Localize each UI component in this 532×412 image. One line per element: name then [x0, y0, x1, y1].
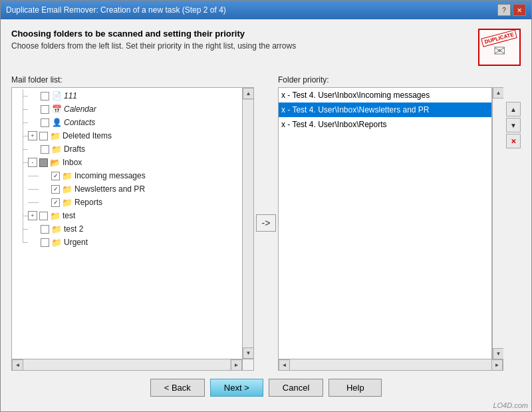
priority-scrollbar: ▲ ▼ [492, 87, 503, 359]
expander-incoming [39, 170, 49, 181]
header-section: Choosing folders to be scanned and setti… [11, 29, 521, 66]
expander-calendar [28, 104, 39, 114]
label-calendar: Calendar [64, 104, 96, 114]
connector [17, 156, 28, 169]
main-panels: Mail folder list: 📄 [11, 75, 521, 371]
tree-item-urgent: 📁 Urgent [12, 236, 242, 249]
scroll-left-arrow[interactable]: ◄ [12, 359, 23, 371]
checkbox-incoming[interactable] [51, 172, 60, 180]
header-text: Choosing folders to be scanned and setti… [11, 29, 470, 51]
file-icon-111: 📄 [51, 91, 62, 101]
right-col-inner: x - Test 4. User\Inbox\Incoming messages… [278, 87, 521, 371]
scroll-thumb-v[interactable] [243, 99, 253, 347]
tree-scrollbar-v: ▲ ▼ [242, 88, 253, 359]
back-button[interactable]: < Back [150, 379, 205, 397]
expander-test2 [28, 224, 39, 234]
tree-item-newsletters: 📁 Newsletters and PR [12, 182, 242, 196]
connector-vert [17, 182, 28, 196]
scroll-up-arrow[interactable]: ▲ [243, 88, 254, 99]
checkbox-reports[interactable] [51, 198, 60, 207]
checkbox-urgent[interactable] [41, 238, 49, 247]
duplicate-icon: ✉ [478, 29, 521, 66]
connector [17, 116, 28, 129]
envelope-icon: ✉ [493, 43, 505, 60]
label-contacts: Contacts [64, 118, 95, 127]
help-footer-button[interactable]: Help [329, 379, 382, 397]
folder-icon-test2: 📁 [51, 224, 62, 234]
priority-label-2: x - Test 4. User\Inbox\Reports [281, 120, 387, 129]
left-column: Mail folder list: 📄 [11, 75, 254, 371]
connector [17, 103, 28, 116]
checkbox-inbox[interactable] [39, 158, 48, 167]
expander-test[interactable]: + [28, 211, 37, 220]
folder-icon-incoming: 📁 [62, 170, 72, 181]
next-button[interactable]: Next > [210, 379, 263, 397]
priority-label-0: x - Test 4. User\Inbox\Incoming messages [281, 91, 430, 100]
window-title: Duplicate Email Remover: Creation of a n… [6, 5, 226, 15]
tree-wrapper: 📄 111 📅 Calenda [11, 87, 254, 371]
tree-item-contacts: 👤 Contacts [12, 116, 242, 129]
priority-up-button[interactable]: ▲ [506, 102, 521, 116]
checkbox-drafts[interactable] [41, 145, 49, 154]
expander-deleted[interactable]: + [28, 131, 37, 140]
checkbox-111[interactable] [41, 92, 49, 101]
label-drafts: Drafts [64, 144, 85, 154]
priority-list-wrap: x - Test 4. User\Inbox\Incoming messages… [278, 87, 503, 371]
scroll-corner [242, 359, 253, 370]
footer: < Back Next > Cancel Help [11, 371, 521, 402]
priority-item-2[interactable]: x - Test 4. User\Inbox\Reports [279, 117, 491, 132]
expander-111 [28, 91, 39, 101]
checkbox-calendar[interactable] [41, 105, 49, 114]
checkbox-test[interactable] [39, 212, 48, 220]
priority-scroll-up[interactable]: ▲ [493, 87, 503, 99]
header-title: Choosing folders to be scanned and setti… [11, 29, 470, 39]
connector [17, 236, 28, 249]
priority-list-items[interactable]: x - Test 4. User\Inbox\Incoming messages… [278, 87, 492, 359]
add-to-priority-button[interactable]: -> [256, 214, 277, 232]
priority-remove-button[interactable]: ✕ [506, 134, 521, 148]
folder-icon-reports: 📁 [62, 197, 72, 208]
label-deleted: Deleted Items [63, 131, 112, 140]
expander-reports [39, 197, 49, 208]
priority-down-button[interactable]: ▼ [506, 118, 521, 132]
label-111: 111 [64, 91, 77, 101]
priority-scroll-down[interactable]: ▼ [493, 348, 503, 359]
main-window: Duplicate Email Remover: Creation of a n… [0, 0, 532, 412]
checkbox-newsletters[interactable] [51, 185, 60, 194]
tree-item-111: 📄 111 [12, 89, 242, 103]
connector [17, 209, 28, 222]
connector-vert [17, 196, 28, 209]
checkbox-contacts[interactable] [41, 118, 49, 127]
title-controls: ? ✕ [497, 4, 526, 16]
cancel-button[interactable]: Cancel [269, 379, 323, 397]
label-test2: test 2 [64, 224, 83, 234]
pscroll-thumb-h[interactable] [290, 359, 491, 370]
priority-scroll-thumb[interactable] [493, 99, 503, 348]
watermark: LO4D.com [493, 401, 528, 409]
expander-contacts [28, 117, 39, 128]
connector [17, 222, 28, 236]
checkbox-deleted[interactable] [39, 132, 48, 140]
scroll-right-arrow[interactable]: ► [231, 359, 242, 371]
pscroll-right[interactable]: ► [491, 359, 503, 371]
tree-scrollbar-h: ◄ ► [12, 359, 242, 370]
priority-item-0[interactable]: x - Test 4. User\Inbox\Incoming messages [279, 88, 491, 103]
scroll-down-arrow[interactable]: ▼ [243, 347, 254, 359]
priority-list-body: x - Test 4. User\Inbox\Incoming messages… [278, 87, 503, 359]
help-button[interactable]: ? [497, 4, 511, 16]
checkbox-test2[interactable] [41, 225, 49, 234]
scroll-thumb-h[interactable] [23, 359, 231, 370]
contacts-icon: 👤 [51, 117, 62, 128]
expander-urgent [28, 237, 39, 248]
close-button[interactable]: ✕ [513, 4, 526, 16]
expander-newsletters [39, 184, 49, 194]
label-test: test [63, 211, 75, 220]
expander-inbox[interactable]: - [28, 158, 37, 167]
priority-item-1[interactable]: x - Test 4. User\Inbox\Newsletters and P… [279, 103, 491, 117]
expander-drafts [28, 144, 39, 154]
folder-icon-inbox: 📂 [50, 157, 61, 168]
tree-item-calendar: 📅 Calendar [12, 103, 242, 116]
tree-scroll-area[interactable]: 📄 111 📅 Calenda [12, 88, 242, 359]
pscroll-left[interactable]: ◄ [279, 359, 290, 371]
title-bar: Duplicate Email Remover: Creation of a n… [1, 1, 531, 19]
